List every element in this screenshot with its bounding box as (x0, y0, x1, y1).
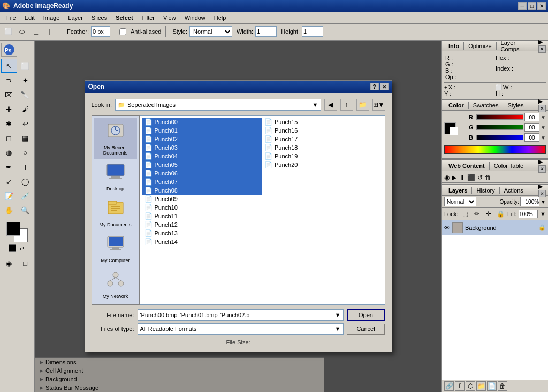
lock-pixels-btn[interactable]: ✏ (472, 209, 482, 219)
delete-layer-btn[interactable]: 🗑 (498, 381, 507, 391)
tab-history[interactable]: History (472, 187, 499, 194)
color-panel-close[interactable]: ✕ (538, 105, 546, 112)
maximize-button[interactable]: □ (528, 2, 536, 10)
swap-colors[interactable]: ⇄ (18, 244, 26, 252)
minimize-button[interactable]: ─ (518, 2, 527, 10)
color-squares[interactable] (6, 222, 28, 242)
file-item-punch11[interactable]: 📄 Punch11 (142, 212, 263, 220)
new-layer-btn[interactable]: 📄 (487, 381, 497, 391)
web-icon-1[interactable]: ◉ (444, 174, 450, 181)
tool-crop[interactable]: ⌧ (1, 88, 17, 102)
tab-layer-comps[interactable]: Layer Comps (497, 39, 538, 53)
web-panel-close[interactable]: ✕ (538, 165, 546, 173)
sidebar-desktop[interactable]: Desktop (94, 159, 137, 195)
width-input[interactable] (255, 26, 277, 37)
tool-magic-wand[interactable]: ✦ (18, 73, 34, 87)
file-item-punch02[interactable]: 📄 Punch02 (142, 135, 263, 143)
menu-view[interactable]: View (159, 13, 180, 22)
layer-row-background[interactable]: 👁 Background 🔒 (442, 220, 548, 235)
tool-single-row[interactable]: ⎯ (30, 26, 42, 37)
menu-layer[interactable]: Layer (64, 13, 87, 22)
file-item-punch00[interactable]: 📄 Punch00 (142, 118, 263, 126)
lock-position-btn[interactable]: ✛ (484, 209, 493, 219)
file-item-punch15[interactable]: 📄 Punch15 (262, 118, 383, 126)
file-item-punch07[interactable]: 📄 Punch07 (142, 178, 263, 186)
new-group-btn[interactable]: 📁 (476, 381, 486, 391)
lock-all-btn[interactable]: 🔒 (496, 209, 505, 219)
anti-aliased-checkbox[interactable] (119, 28, 126, 35)
menu-filter[interactable]: Filter (138, 13, 159, 22)
blend-mode-select[interactable]: Normal Multiply Screen (444, 197, 476, 206)
nav-up-btn[interactable]: ↑ (340, 99, 353, 111)
file-item-punch12[interactable]: 📄 Punch12 (142, 220, 263, 229)
file-item-punch20[interactable]: 📄 Punch20 (262, 160, 383, 169)
file-item-punch19[interactable]: 📄 Punch19 (262, 152, 383, 160)
tool-text[interactable]: T (18, 160, 34, 174)
menu-image[interactable]: Image (39, 13, 64, 22)
tab-color-table[interactable]: Color Table (490, 162, 528, 170)
tool-zoom[interactable]: 🔍 (18, 203, 34, 217)
tool-shape[interactable]: ◯ (18, 174, 34, 188)
tool-hand[interactable]: ✋ (1, 203, 17, 217)
tool-history[interactable]: ↩ (18, 117, 34, 130)
file-item-punch18[interactable]: 📄 Punch18 (262, 143, 383, 152)
g-dropdown-arrow[interactable]: ▼ (541, 125, 546, 130)
r-value-input[interactable] (524, 113, 539, 121)
height-input[interactable] (302, 26, 323, 37)
web-panel-menu[interactable]: ▶ (538, 158, 543, 165)
feather-input[interactable] (91, 26, 110, 37)
color-spectrum-bar[interactable] (444, 145, 546, 154)
tool-gradient[interactable]: ▦ (18, 131, 34, 145)
tool-ellipse-select[interactable]: ⬭ (16, 26, 28, 37)
tab-layers[interactable]: Layers (444, 187, 472, 194)
tab-styles[interactable]: Styles (503, 102, 528, 109)
b-value-input[interactable] (524, 133, 539, 142)
info-panel-close[interactable]: ✕ (538, 45, 546, 53)
b-dropdown-arrow[interactable]: ▼ (541, 135, 546, 141)
tab-swatches[interactable]: Swatches (469, 102, 504, 109)
tool-heal[interactable]: ✚ (1, 102, 17, 116)
r-dropdown-arrow[interactable]: ▼ (541, 114, 546, 120)
file-item-punch16[interactable]: 📄 Punch16 (262, 126, 383, 135)
tool-standard[interactable]: □ (18, 256, 34, 270)
tool-eyedropper[interactable]: 💉 (18, 189, 34, 203)
fill-input[interactable] (519, 210, 538, 218)
tab-optimize[interactable]: Optimize (464, 42, 496, 50)
layer-style-btn[interactable]: f (455, 381, 465, 391)
tab-actions[interactable]: Actions (500, 187, 528, 194)
file-item-punch09[interactable]: 📄 Punch09 (142, 195, 263, 203)
look-in-select[interactable]: 📁 Seperated Images ▼ (115, 99, 321, 111)
menu-select[interactable]: Select (111, 13, 137, 22)
tool-marquee[interactable]: ⬜ (18, 59, 34, 73)
tool-blur[interactable]: ◍ (1, 145, 17, 159)
tool-rect-select[interactable]: ⬜ (2, 26, 14, 37)
opacity-arrow[interactable]: ▼ (541, 199, 546, 205)
file-list[interactable]: 📄 Punch00 📄 Punch15 📄 Punch01 (140, 115, 385, 305)
dialog-help-btn[interactable]: ? (370, 83, 379, 90)
close-button[interactable]: ✕ (537, 2, 546, 10)
filename-input-combo[interactable]: 'Punch00.bmp' 'Punch01.bmp' 'Punch02.b ▼ (138, 309, 344, 321)
tool-brush[interactable]: 🖌 (18, 102, 34, 116)
file-item-punch04[interactable]: 📄 Punch04 (142, 152, 263, 160)
file-item-punch14[interactable]: 📄 Punch14 (142, 237, 263, 246)
file-item-punch03[interactable]: 📄 Punch03 (142, 143, 263, 152)
file-item-punch01[interactable]: 📄 Punch01 (142, 126, 263, 135)
style-select[interactable]: Normal Fixed Aspect Ratio Fixed Size (189, 26, 232, 37)
foreground-color[interactable] (6, 222, 20, 236)
layers-panel-menu[interactable]: ▶ (538, 185, 543, 189)
fill-arrow[interactable]: ▼ (540, 211, 546, 217)
tool-single-col[interactable]: | (44, 26, 56, 37)
layer-mask-btn[interactable]: ⬡ (466, 381, 475, 391)
color-bg-swatch[interactable] (450, 127, 458, 135)
panel-menu-arrow[interactable]: ▶ (538, 39, 543, 45)
tab-color[interactable]: Color (444, 102, 469, 109)
nav-back-btn[interactable]: ◀ (324, 99, 337, 111)
web-icon-3[interactable]: ⏸ (459, 174, 465, 181)
file-item-punch06[interactable]: 📄 Punch06 (142, 169, 263, 178)
tool-path-select[interactable]: ↙ (1, 174, 17, 188)
tool-lasso[interactable]: ⊃ (1, 73, 17, 87)
web-icon-5[interactable]: ↺ (477, 174, 483, 181)
file-item-punch08[interactable]: 📄 Punch08 (142, 186, 263, 195)
lock-transparent-btn[interactable]: ⬚ (460, 209, 470, 219)
tab-info[interactable]: Info (444, 42, 464, 50)
